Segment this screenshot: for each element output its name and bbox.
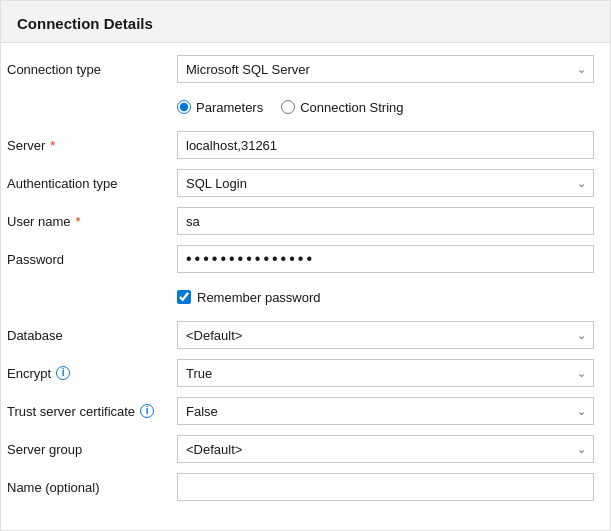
name-optional-row: Name (optional) <box>7 471 594 503</box>
connection-details-panel: Connection Details Connection type Micro… <box>0 0 611 531</box>
username-row: User name * <box>7 205 594 237</box>
name-optional-control <box>177 473 594 501</box>
radio-parameters-label[interactable]: Parameters <box>177 100 263 115</box>
form-body: Connection type Microsoft SQL Server Pos… <box>1 43 610 519</box>
server-group-select[interactable]: <Default> <box>177 435 594 463</box>
trust-cert-select[interactable]: False True <box>177 397 594 425</box>
database-control: <Default> ⌄ <box>177 321 594 349</box>
server-group-label: Server group <box>7 442 177 457</box>
trust-cert-control: False True ⌄ <box>177 397 594 425</box>
server-input[interactable] <box>177 131 594 159</box>
radio-connection-string-text: Connection String <box>300 100 403 115</box>
radio-parameters-text: Parameters <box>196 100 263 115</box>
auth-type-control: SQL Login Windows Authentication Azure A… <box>177 169 594 197</box>
server-required-star: * <box>50 138 55 153</box>
encrypt-info-icon[interactable]: i <box>56 366 70 380</box>
server-row: Server * <box>7 129 594 161</box>
server-group-control: <Default> ⌄ <box>177 435 594 463</box>
radio-parameters-input[interactable] <box>177 100 191 114</box>
connection-type-control: Microsoft SQL Server PostgreSQL MySQL SQ… <box>177 55 594 83</box>
remember-password-row: Remember password <box>7 281 594 313</box>
username-control <box>177 207 594 235</box>
auth-type-row: Authentication type SQL Login Windows Au… <box>7 167 594 199</box>
radio-connection-string-label[interactable]: Connection String <box>281 100 403 115</box>
name-optional-label: Name (optional) <box>7 480 177 495</box>
trust-cert-label: Trust server certificate i <box>7 404 177 419</box>
database-row: Database <Default> ⌄ <box>7 319 594 351</box>
radio-connection-string-input[interactable] <box>281 100 295 114</box>
remember-password-text: Remember password <box>197 290 321 305</box>
remember-password-checkbox-label[interactable]: Remember password <box>177 290 594 305</box>
connection-type-label: Connection type <box>7 62 177 77</box>
trust-cert-info-icon[interactable]: i <box>140 404 154 418</box>
encrypt-select[interactable]: True False Optional <box>177 359 594 387</box>
password-row: Password <box>7 243 594 275</box>
username-input[interactable] <box>177 207 594 235</box>
database-select[interactable]: <Default> <box>177 321 594 349</box>
trust-cert-row: Trust server certificate i False True ⌄ <box>7 395 594 427</box>
server-label: Server * <box>7 138 177 153</box>
name-optional-input[interactable] <box>177 473 594 501</box>
password-control <box>177 245 594 273</box>
panel-title: Connection Details <box>1 1 610 43</box>
encrypt-control: True False Optional ⌄ <box>177 359 594 387</box>
remember-password-control: Remember password <box>177 290 594 305</box>
remember-password-checkbox[interactable] <box>177 290 191 304</box>
connection-type-row: Connection type Microsoft SQL Server Pos… <box>7 53 594 85</box>
server-control <box>177 131 594 159</box>
password-label: Password <box>7 252 177 267</box>
username-required-star: * <box>76 214 81 229</box>
auth-type-label: Authentication type <box>7 176 177 191</box>
auth-type-select[interactable]: SQL Login Windows Authentication Azure A… <box>177 169 594 197</box>
radio-group-row: Parameters Connection String <box>7 91 594 123</box>
encrypt-row: Encrypt i True False Optional ⌄ <box>7 357 594 389</box>
username-label: User name * <box>7 214 177 229</box>
encrypt-label: Encrypt i <box>7 366 177 381</box>
server-group-row: Server group <Default> ⌄ <box>7 433 594 465</box>
database-label: Database <box>7 328 177 343</box>
password-input[interactable] <box>177 245 594 273</box>
connection-type-select[interactable]: Microsoft SQL Server PostgreSQL MySQL SQ… <box>177 55 594 83</box>
radio-group: Parameters Connection String <box>177 100 594 115</box>
